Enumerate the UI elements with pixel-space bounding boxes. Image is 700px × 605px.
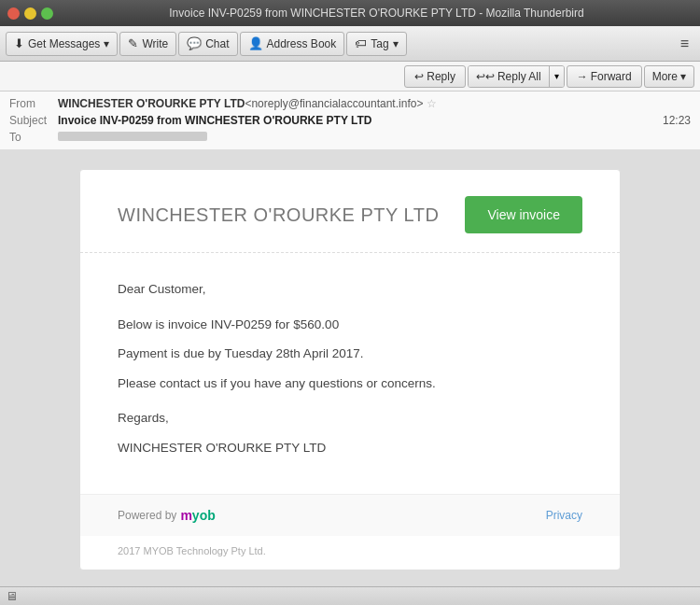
- powered-by-text: Powered by: [118, 509, 176, 522]
- titlebar-buttons: [7, 7, 53, 20]
- chat-label: Chat: [205, 37, 229, 50]
- invoice-line2: Payment is due by Tuesday 28th April 201…: [118, 344, 582, 364]
- card-body: Dear Customer, Below is invoice INV-P025…: [80, 253, 620, 494]
- forward-button[interactable]: → Forward: [567, 65, 642, 88]
- myob-logo: myob: [180, 508, 215, 523]
- myob-y: y: [192, 508, 200, 523]
- get-messages-arrow[interactable]: ▾: [104, 37, 109, 50]
- reply-label: Reply: [427, 70, 455, 83]
- chat-button[interactable]: 💬 Chat: [178, 32, 237, 56]
- main-toolbar: ⬇ Get Messages ▾ ✎ Write 💬 Chat 👤 Addres…: [0, 26, 700, 62]
- get-messages-button[interactable]: ⬇ Get Messages ▾: [6, 32, 118, 56]
- tag-label: Tag: [371, 37, 388, 50]
- reply-all-label: Reply All: [497, 70, 541, 83]
- to-value: [58, 132, 207, 141]
- more-label: More: [652, 70, 678, 83]
- close-button[interactable]: [7, 7, 20, 20]
- subject-label: Subject: [9, 114, 58, 127]
- star-icon[interactable]: ☆: [427, 97, 437, 110]
- toolbar-right: ≡: [675, 32, 694, 56]
- write-icon: ✎: [128, 36, 138, 50]
- tag-arrow[interactable]: ▾: [393, 37, 399, 50]
- more-button[interactable]: More ▾: [644, 65, 694, 88]
- to-label: To: [9, 131, 58, 144]
- write-label: Write: [142, 37, 168, 50]
- company-sign: WINCHESTER O'ROURKE PTY LTD: [118, 438, 582, 458]
- subject-row: Subject Invoice INV-P0259 from WINCHESTE…: [9, 112, 691, 129]
- statusbar: 🖥: [0, 586, 700, 605]
- reply-all-arrow[interactable]: ▾: [550, 66, 564, 87]
- forward-label: Forward: [591, 70, 632, 83]
- titlebar: Invoice INV-P0259 from WINCHESTER O'ROUR…: [0, 0, 700, 26]
- email-card: WINCHESTER O'ROURKE PTY LTD View invoice…: [79, 169, 621, 570]
- invoice-line1: Below is invoice INV-P0259 for $560.00: [118, 315, 582, 335]
- regards-section: Regards, WINCHESTER O'ROURKE PTY LTD: [118, 408, 582, 457]
- from-label: From: [9, 97, 58, 110]
- email-headers: From WINCHESTER O'ROURKE PTY LTD <norepl…: [0, 91, 700, 150]
- view-invoice-button[interactable]: View invoice: [465, 196, 582, 233]
- reply-all-icon: ↩↩: [476, 70, 495, 83]
- regards-text: Regards,: [118, 408, 582, 429]
- get-messages-icon: ⬇: [14, 36, 24, 50]
- minimize-button[interactable]: [24, 7, 36, 20]
- tag-button[interactable]: 🏷 Tag ▾: [346, 32, 406, 56]
- write-button[interactable]: ✎ Write: [119, 32, 176, 56]
- address-book-label: Address Book: [267, 37, 337, 50]
- email-time: 12:23: [663, 114, 691, 127]
- myob-m: m: [180, 508, 191, 523]
- forward-icon: →: [577, 70, 588, 83]
- reply-button[interactable]: ↩ Reply: [404, 65, 466, 88]
- tag-icon: 🏷: [355, 36, 367, 50]
- window-title: Invoice INV-P0259 from WINCHESTER O'ROUR…: [61, 7, 693, 20]
- copyright: 2017 MYOB Technology Pty Ltd.: [80, 536, 620, 570]
- reply-all-main[interactable]: ↩↩ Reply All: [469, 66, 550, 87]
- reply-icon: ↩: [414, 70, 424, 83]
- maximize-button[interactable]: [41, 7, 53, 20]
- card-header: WINCHESTER O'ROURKE PTY LTD View invoice: [80, 170, 620, 253]
- invoice-line3: Please contact us if you have any questi…: [118, 373, 582, 394]
- address-book-button[interactable]: 👤 Address Book: [240, 32, 345, 56]
- menu-button[interactable]: ≡: [675, 32, 694, 56]
- more-arrow: ▾: [680, 70, 686, 83]
- subject-value: Invoice INV-P0259 from WINCHESTER O'ROUR…: [58, 114, 663, 127]
- myob-o: o: [200, 508, 208, 523]
- from-name: WINCHESTER O'ROURKE PTY LTD: [58, 97, 245, 110]
- from-email: <noreply@financialaccountant.info>: [245, 97, 423, 110]
- chat-icon: 💬: [187, 36, 202, 50]
- to-row: To: [9, 129, 691, 146]
- from-row: From WINCHESTER O'ROURKE PTY LTD <norepl…: [9, 95, 691, 112]
- status-icon: 🖥: [6, 589, 18, 603]
- greeting-text: Dear Customer,: [118, 279, 582, 300]
- privacy-link[interactable]: Privacy: [546, 509, 582, 522]
- company-name: WINCHESTER O'ROURKE PTY LTD: [118, 204, 439, 226]
- reply-all-split: ↩↩ Reply All ▾: [468, 65, 565, 88]
- myob-b: b: [207, 508, 216, 523]
- action-bar: ↩ Reply ↩↩ Reply All ▾ → Forward More ▾: [0, 62, 700, 91]
- address-book-icon: 👤: [248, 36, 263, 50]
- powered-by: Powered by myob: [118, 508, 216, 523]
- email-body-area: WINCHESTER O'ROURKE PTY LTD View invoice…: [0, 150, 700, 586]
- get-messages-label: Get Messages: [28, 37, 100, 50]
- card-footer: Powered by myob Privacy: [80, 494, 620, 536]
- invoice-details: Below is invoice INV-P0259 for $560.00 P…: [118, 315, 582, 394]
